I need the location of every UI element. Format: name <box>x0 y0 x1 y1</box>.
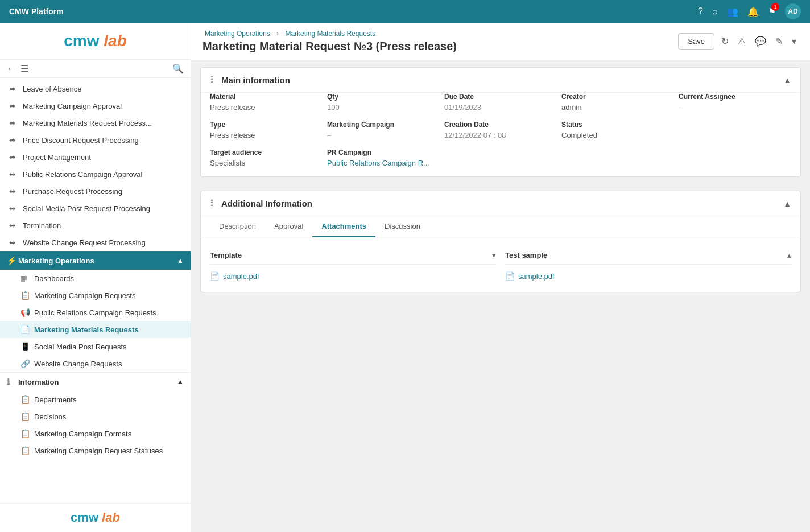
due-date-cell2: Due Date 01/19/2023 <box>444 93 557 112</box>
flag-badge: 1 <box>771 3 779 11</box>
sidebar-item-public-relations-campaign-approval[interactable]: ⬌ Public Relations Campaign Approval <box>0 166 191 183</box>
header-left: Marketing Operations › Marketing Materia… <box>202 30 457 53</box>
dashboard-icon: ▦ <box>20 274 30 283</box>
sidebar-item-social-media-post-request-processing[interactable]: ⬌ Social Media Post Request Processing <box>0 200 191 217</box>
test-sample-collapse-icon[interactable]: ▴ <box>787 251 791 259</box>
creator-label2: Creator <box>561 93 674 101</box>
sidebar-item-leave-of-absence[interactable]: ⬌ Leave of Absence <box>0 80 191 97</box>
edit-icon[interactable]: ✎ <box>773 34 785 49</box>
current-assignee-cell: Current Assignee – <box>679 93 791 112</box>
type-label: Type <box>210 121 323 129</box>
sidebar-item-purchase-request-processing[interactable]: ⬌ Purchase Request Processing <box>0 183 191 200</box>
creator-value2: admin <box>561 103 674 112</box>
top-nav: CMW Platform ? ⌕ 👥 🔔 ⚑ 1 AD <box>0 0 810 23</box>
sidebar-item-marketing-campaign-approval[interactable]: ⬌ Marketing Campaign Approval <box>0 97 191 114</box>
sidebar-item-departments[interactable]: 📋 Departments <box>0 391 191 408</box>
bell-icon[interactable]: 🔔 <box>747 6 759 17</box>
additional-info-title: Additional Information <box>221 199 783 208</box>
info-grid-full: Material Press release Qty 100 Due Date … <box>210 93 791 167</box>
search-icon[interactable]: ⌕ <box>712 6 718 17</box>
decisions-icon: 📋 <box>20 412 30 421</box>
template-file-item[interactable]: 📄 sample.pdf <box>210 269 496 283</box>
pr-campaign-cell: PR Campaign Public Relations Campaign R.… <box>327 149 440 167</box>
sidebar-item-marketing-materials-request-process[interactable]: ⬌ Marketing Materials Request Process... <box>0 114 191 131</box>
sidebar-logo: cmw lab <box>0 23 191 60</box>
sidebar-toolbar: ← ☰ 🔍 <box>0 60 191 78</box>
comment-icon[interactable]: 💬 <box>753 34 768 49</box>
sidebar-item-public-relations-campaign-requests[interactable]: 📢 Public Relations Campaign Requests <box>0 304 191 321</box>
campaign-icon: 📋 <box>20 291 30 300</box>
qty-value2: 100 <box>327 103 440 112</box>
tab-description[interactable]: Description <box>210 216 265 237</box>
qty-cell2: Qty 100 <box>327 93 440 112</box>
sidebar-section-marketing-operations[interactable]: ⚡ Marketing Operations ▲ <box>0 251 191 270</box>
menu-icon[interactable]: ☰ <box>20 63 28 74</box>
tab-approval[interactable]: Approval <box>265 216 312 237</box>
sidebar-item-marketing-campaign-formats[interactable]: 📋 Marketing Campaign Formats <box>0 425 191 442</box>
chevron-down-header-icon[interactable]: ▾ <box>790 34 799 49</box>
chevron-up-icon: ▲ <box>177 257 184 265</box>
marketing-campaign-label: Marketing Campaign <box>327 121 440 129</box>
additional-info-panel: ⠇ Additional Information ▲ Description A… <box>200 191 801 292</box>
type-cell: Type Press release <box>210 121 323 139</box>
status-value: Completed <box>561 131 674 139</box>
sidebar-item-website-change-requests[interactable]: 🔗 Website Change Requests <box>0 355 191 372</box>
panel-collapse-icon[interactable]: ▲ <box>783 76 791 85</box>
breadcrumb-marketing-materials-requests[interactable]: Marketing Materials Requests <box>285 30 375 38</box>
flag-icon[interactable]: ⚑ 1 <box>768 6 776 17</box>
avatar[interactable]: AD <box>785 3 801 19</box>
sidebar: cmw lab ← ☰ 🔍 ⬌ Leave of Absence ⬌ Marke… <box>0 23 191 532</box>
tab-attachments[interactable]: Attachments <box>312 216 375 237</box>
due-date-label2: Due Date <box>444 93 557 101</box>
breadcrumb-marketing-operations[interactable]: Marketing Operations <box>205 30 270 38</box>
test-sample-file-item[interactable]: 📄 sample.pdf <box>505 269 791 283</box>
workflow-icon: ⬌ <box>9 152 18 162</box>
template-file-name: sample.pdf <box>223 272 259 281</box>
main-info-body: Material Press release Qty 100 Due Date … <box>201 93 800 176</box>
creation-date-cell: Creation Date 12/12/2022 07 : 08 <box>444 121 557 139</box>
back-icon[interactable]: ← <box>7 64 16 74</box>
users-icon[interactable]: 👥 <box>727 6 738 17</box>
sidebar-item-website-change-request-processing[interactable]: ⬌ Website Change Request Processing <box>0 234 191 251</box>
workflow-icon: ⬌ <box>9 170 18 179</box>
current-assignee-value: – <box>679 103 791 112</box>
main-info-panel-header[interactable]: ⠇ Main information ▲ <box>201 68 800 93</box>
sidebar-item-decisions[interactable]: 📋 Decisions <box>0 408 191 425</box>
footer-logo-lab: lab <box>102 510 120 525</box>
pr-campaign-label: PR Campaign <box>327 149 440 156</box>
save-button[interactable]: Save <box>678 33 714 50</box>
logo: cmw lab <box>64 32 127 50</box>
footer-logo: cmw lab <box>71 510 120 525</box>
template-collapse-icon[interactable]: ▾ <box>492 251 496 259</box>
workflow-icon: ⬌ <box>9 204 18 213</box>
marketing-campaign-value: – <box>327 131 440 139</box>
template-section-header: Template ▾ <box>210 246 496 265</box>
sidebar-item-price-discount-request-processing[interactable]: ⬌ Price Discount Request Processing <box>0 131 191 149</box>
attachments-grid: Template ▾ 📄 sample.pdf Test sample ▴ <box>201 237 800 292</box>
materials-icon: 📄 <box>20 325 30 334</box>
warning-icon[interactable]: ⚠ <box>735 34 748 49</box>
additional-info-panel-header[interactable]: ⠇ Additional Information ▲ <box>201 191 800 216</box>
tab-discussion[interactable]: Discussion <box>375 216 429 237</box>
sidebar-item-marketing-materials-requests[interactable]: 📄 Marketing Materials Requests <box>0 321 191 338</box>
workflow-icon: ⬌ <box>9 84 18 93</box>
info-section-icon: ℹ <box>7 377 16 386</box>
additional-panel-collapse-icon[interactable]: ▲ <box>783 199 791 208</box>
material-cell2: Material Press release <box>210 93 323 112</box>
test-sample-pdf-icon: 📄 <box>505 271 515 281</box>
sidebar-item-dashboards[interactable]: ▦ Dashboards <box>0 270 191 287</box>
logo-cmw: cmw <box>64 32 104 50</box>
sidebar-item-marketing-campaign-requests[interactable]: 📋 Marketing Campaign Requests <box>0 287 191 304</box>
sidebar-item-social-media-post-requests[interactable]: 📱 Social Media Post Requests <box>0 338 191 355</box>
due-date-value2: 01/19/2023 <box>444 103 557 112</box>
help-icon[interactable]: ? <box>698 6 703 17</box>
chevron-down-icon: ▲ <box>177 378 184 386</box>
sidebar-item-marketing-campaign-request-statuses[interactable]: 📋 Marketing Campaign Request Statuses <box>0 442 191 459</box>
formats-icon: 📋 <box>20 429 30 438</box>
sidebar-section-information[interactable]: ℹ Information ▲ <box>0 372 191 391</box>
pr-campaign-value[interactable]: Public Relations Campaign R... <box>327 159 440 167</box>
sidebar-search-icon[interactable]: 🔍 <box>172 63 184 74</box>
sidebar-item-project-management[interactable]: ⬌ Project Management <box>0 149 191 166</box>
refresh-icon[interactable]: ↻ <box>719 34 731 49</box>
sidebar-item-termination[interactable]: ⬌ Termination <box>0 217 191 234</box>
